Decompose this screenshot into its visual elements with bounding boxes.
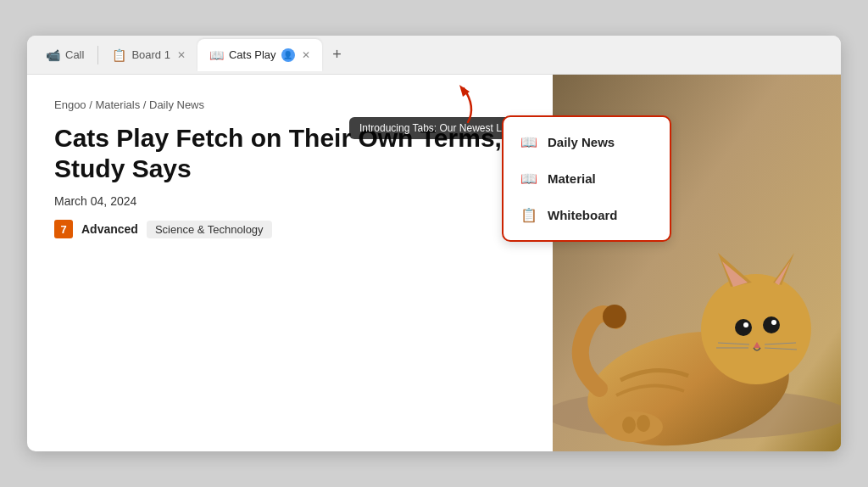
call-tab-icon: 📹	[46, 48, 60, 62]
material-label: Material	[548, 171, 596, 186]
dropdown-item-material[interactable]: 📖 Material	[504, 160, 670, 197]
level-label: Advanced	[81, 222, 138, 236]
tab-board1[interactable]: 📋 Board 1 ✕	[100, 39, 198, 71]
board1-tab-icon: 📋	[112, 48, 126, 62]
tab-call[interactable]: 📹 Call	[34, 39, 96, 71]
svg-point-19	[622, 417, 636, 434]
svg-point-20	[637, 415, 650, 432]
dropdown-item-whiteboard[interactable]: 📋 Whiteboard	[504, 197, 670, 233]
tab-cats-play[interactable]: 📖 Cats Play 👤 ✕	[198, 39, 322, 71]
cats-play-tab-label: Cats Play	[229, 48, 276, 61]
level-number: 7	[54, 220, 73, 238]
svg-point-10	[763, 316, 780, 333]
browser-window: 📹 Call 📋 Board 1 ✕ 📖 Cats Play 👤 ✕ + Eng…	[27, 36, 841, 451]
tab-user-avatar: 👤	[281, 48, 295, 62]
dropdown-menu: 📖 Daily News 📖 Material 📋 Whiteboard	[502, 115, 671, 242]
svg-point-21	[603, 305, 626, 328]
board1-close-icon[interactable]: ✕	[177, 49, 186, 61]
board1-tab-label: Board 1	[131, 48, 170, 61]
cats-play-tab-icon: 📖	[209, 48, 224, 62]
whiteboard-label: Whiteboard	[548, 208, 618, 222]
svg-point-9	[735, 319, 752, 336]
tab-bar: 📹 Call 📋 Board 1 ✕ 📖 Cats Play 👤 ✕ +	[27, 36, 841, 75]
content-area: Engoo / Materials / Daily News Cats Play…	[27, 75, 841, 451]
daily-news-label: Daily News	[548, 135, 615, 149]
add-tab-button[interactable]: +	[326, 43, 349, 67]
arrow-icon	[417, 81, 485, 124]
tab-divider-1	[97, 46, 98, 64]
whiteboard-icon: 📋	[520, 207, 537, 223]
daily-news-icon: 📖	[520, 134, 537, 150]
dropdown-item-daily-news[interactable]: 📖 Daily News	[504, 124, 670, 160]
article-category: Science & Technology	[147, 221, 272, 238]
svg-point-11	[743, 322, 748, 327]
call-tab-label: Call	[65, 48, 84, 61]
svg-point-12	[771, 320, 776, 325]
add-tab-icon: +	[332, 46, 342, 64]
cats-play-close-icon[interactable]: ✕	[302, 49, 310, 61]
material-icon: 📖	[520, 171, 537, 187]
svg-point-4	[701, 274, 811, 384]
